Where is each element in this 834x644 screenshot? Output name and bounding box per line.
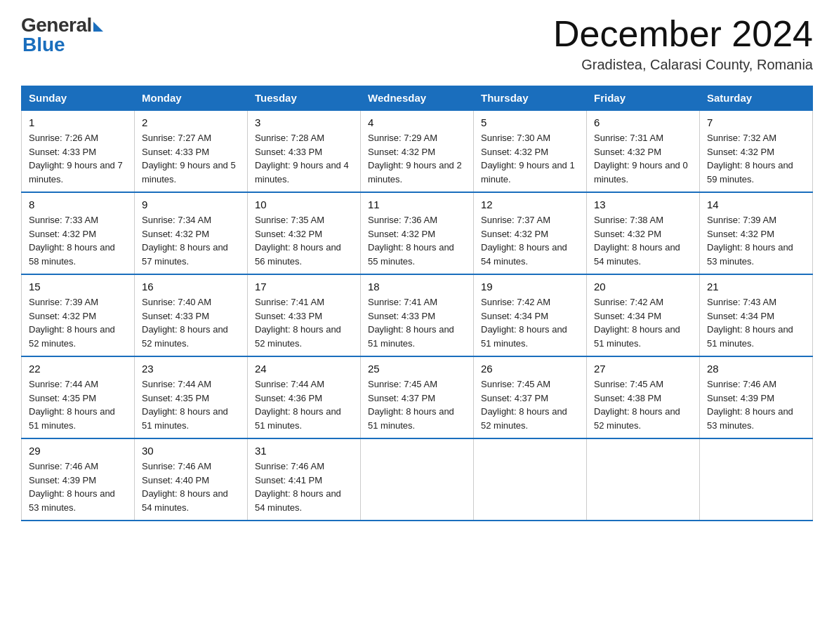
day-info: Sunrise: 7:46 AMSunset: 4:39 PMDaylight:… <box>707 377 805 432</box>
weekday-header-tuesday: Tuesday <box>248 86 361 111</box>
day-number: 11 <box>368 199 466 210</box>
day-info: Sunrise: 7:44 AMSunset: 4:35 PMDaylight:… <box>29 377 127 432</box>
day-number: 23 <box>142 363 240 375</box>
cell-content: 16 Sunrise: 7:40 AMSunset: 4:33 PMDaylig… <box>142 281 240 350</box>
day-info: Sunrise: 7:44 AMSunset: 4:36 PMDaylight:… <box>255 377 353 432</box>
calendar-cell: 16 Sunrise: 7:40 AMSunset: 4:33 PMDaylig… <box>135 274 248 356</box>
day-info: Sunrise: 7:36 AMSunset: 4:32 PMDaylight:… <box>368 213 466 268</box>
day-info: Sunrise: 7:37 AMSunset: 4:32 PMDaylight:… <box>481 213 579 268</box>
day-info: Sunrise: 7:43 AMSunset: 4:34 PMDaylight:… <box>707 295 805 350</box>
day-info: Sunrise: 7:31 AMSunset: 4:32 PMDaylight:… <box>594 131 692 186</box>
day-number: 15 <box>29 281 127 293</box>
calendar-week-2: 8 Sunrise: 7:33 AMSunset: 4:32 PMDayligh… <box>22 192 813 274</box>
day-info: Sunrise: 7:29 AMSunset: 4:32 PMDaylight:… <box>368 131 466 186</box>
calendar-week-5: 29 Sunrise: 7:46 AMSunset: 4:39 PMDaylig… <box>22 438 813 521</box>
day-number: 20 <box>594 281 692 293</box>
day-number: 16 <box>142 281 240 293</box>
cell-content: 20 Sunrise: 7:42 AMSunset: 4:34 PMDaylig… <box>594 281 692 350</box>
day-number: 4 <box>368 116 466 128</box>
logo: General Blue <box>21 14 103 56</box>
day-info: Sunrise: 7:46 AMSunset: 4:40 PMDaylight:… <box>142 459 240 514</box>
calendar-cell: 19 Sunrise: 7:42 AMSunset: 4:34 PMDaylig… <box>474 274 587 356</box>
month-title: December 2024 <box>553 14 813 54</box>
cell-content: 5 Sunrise: 7:30 AMSunset: 4:32 PMDayligh… <box>481 116 579 186</box>
calendar-cell: 29 Sunrise: 7:46 AMSunset: 4:39 PMDaylig… <box>22 438 135 521</box>
day-info: Sunrise: 7:27 AMSunset: 4:33 PMDaylight:… <box>142 131 240 186</box>
day-number: 12 <box>481 199 579 210</box>
calendar-table: SundayMondayTuesdayWednesdayThursdayFrid… <box>21 86 813 521</box>
calendar-cell: 5 Sunrise: 7:30 AMSunset: 4:32 PMDayligh… <box>474 110 587 192</box>
calendar-cell: 9 Sunrise: 7:34 AMSunset: 4:32 PMDayligh… <box>135 192 248 274</box>
title-block: December 2024 Gradistea, Calarasi County… <box>553 14 813 73</box>
calendar-cell: 7 Sunrise: 7:32 AMSunset: 4:32 PMDayligh… <box>700 110 813 192</box>
cell-content: 30 Sunrise: 7:46 AMSunset: 4:40 PMDaylig… <box>142 445 240 514</box>
calendar-cell: 26 Sunrise: 7:45 AMSunset: 4:37 PMDaylig… <box>474 356 587 438</box>
calendar-cell: 21 Sunrise: 7:43 AMSunset: 4:34 PMDaylig… <box>700 274 813 356</box>
logo-blue-text: Blue <box>21 34 65 56</box>
day-number: 10 <box>255 199 353 210</box>
calendar-cell: 18 Sunrise: 7:41 AMSunset: 4:33 PMDaylig… <box>361 274 474 356</box>
cell-content: 15 Sunrise: 7:39 AMSunset: 4:32 PMDaylig… <box>29 281 127 350</box>
day-info: Sunrise: 7:30 AMSunset: 4:32 PMDaylight:… <box>481 131 579 186</box>
calendar-cell: 15 Sunrise: 7:39 AMSunset: 4:32 PMDaylig… <box>22 274 135 356</box>
day-number: 27 <box>594 363 692 375</box>
day-number: 31 <box>255 445 353 457</box>
day-number: 30 <box>142 445 240 457</box>
day-number: 29 <box>29 445 127 457</box>
calendar-header: SundayMondayTuesdayWednesdayThursdayFrid… <box>22 86 813 111</box>
calendar-cell <box>700 438 813 521</box>
calendar-cell: 28 Sunrise: 7:46 AMSunset: 4:39 PMDaylig… <box>700 356 813 438</box>
weekday-header-saturday: Saturday <box>700 86 813 111</box>
day-info: Sunrise: 7:46 AMSunset: 4:41 PMDaylight:… <box>255 459 353 514</box>
cell-content: 29 Sunrise: 7:46 AMSunset: 4:39 PMDaylig… <box>29 445 127 514</box>
calendar-cell <box>587 438 700 521</box>
day-info: Sunrise: 7:45 AMSunset: 4:38 PMDaylight:… <box>594 377 692 432</box>
day-info: Sunrise: 7:41 AMSunset: 4:33 PMDaylight:… <box>368 295 466 350</box>
calendar-cell: 6 Sunrise: 7:31 AMSunset: 4:32 PMDayligh… <box>587 110 700 192</box>
calendar-cell: 25 Sunrise: 7:45 AMSunset: 4:37 PMDaylig… <box>361 356 474 438</box>
day-number: 3 <box>255 116 353 128</box>
cell-content: 10 Sunrise: 7:35 AMSunset: 4:32 PMDaylig… <box>255 199 353 268</box>
location-subtitle: Gradistea, Calarasi County, Romania <box>553 57 813 73</box>
day-info: Sunrise: 7:40 AMSunset: 4:33 PMDaylight:… <box>142 295 240 350</box>
day-info: Sunrise: 7:42 AMSunset: 4:34 PMDaylight:… <box>481 295 579 350</box>
cell-content: 22 Sunrise: 7:44 AMSunset: 4:35 PMDaylig… <box>29 363 127 432</box>
cell-content: 28 Sunrise: 7:46 AMSunset: 4:39 PMDaylig… <box>707 363 805 432</box>
day-info: Sunrise: 7:39 AMSunset: 4:32 PMDaylight:… <box>29 295 127 350</box>
day-number: 14 <box>707 199 805 210</box>
calendar-cell: 2 Sunrise: 7:27 AMSunset: 4:33 PMDayligh… <box>135 110 248 192</box>
calendar-cell: 11 Sunrise: 7:36 AMSunset: 4:32 PMDaylig… <box>361 192 474 274</box>
logo-triangle-icon <box>93 22 103 32</box>
calendar-cell: 14 Sunrise: 7:39 AMSunset: 4:32 PMDaylig… <box>700 192 813 274</box>
day-info: Sunrise: 7:46 AMSunset: 4:39 PMDaylight:… <box>29 459 127 514</box>
cell-content: 7 Sunrise: 7:32 AMSunset: 4:32 PMDayligh… <box>707 116 805 186</box>
calendar-cell: 31 Sunrise: 7:46 AMSunset: 4:41 PMDaylig… <box>248 438 361 521</box>
cell-content: 31 Sunrise: 7:46 AMSunset: 4:41 PMDaylig… <box>255 445 353 514</box>
cell-content: 8 Sunrise: 7:33 AMSunset: 4:32 PMDayligh… <box>29 199 127 268</box>
weekday-header-monday: Monday <box>135 86 248 111</box>
weekday-header-thursday: Thursday <box>474 86 587 111</box>
cell-content: 12 Sunrise: 7:37 AMSunset: 4:32 PMDaylig… <box>481 199 579 268</box>
day-info: Sunrise: 7:28 AMSunset: 4:33 PMDaylight:… <box>255 131 353 186</box>
calendar-cell: 17 Sunrise: 7:41 AMSunset: 4:33 PMDaylig… <box>248 274 361 356</box>
day-info: Sunrise: 7:32 AMSunset: 4:32 PMDaylight:… <box>707 131 805 186</box>
calendar-cell: 8 Sunrise: 7:33 AMSunset: 4:32 PMDayligh… <box>22 192 135 274</box>
weekday-header-friday: Friday <box>587 86 700 111</box>
day-info: Sunrise: 7:39 AMSunset: 4:32 PMDaylight:… <box>707 213 805 268</box>
cell-content: 14 Sunrise: 7:39 AMSunset: 4:32 PMDaylig… <box>707 199 805 268</box>
day-info: Sunrise: 7:45 AMSunset: 4:37 PMDaylight:… <box>368 377 466 432</box>
day-number: 22 <box>29 363 127 375</box>
calendar-body: 1 Sunrise: 7:26 AMSunset: 4:33 PMDayligh… <box>22 110 813 521</box>
calendar-cell: 23 Sunrise: 7:44 AMSunset: 4:35 PMDaylig… <box>135 356 248 438</box>
cell-content: 25 Sunrise: 7:45 AMSunset: 4:37 PMDaylig… <box>368 363 466 432</box>
weekday-header-sunday: Sunday <box>22 86 135 111</box>
day-info: Sunrise: 7:35 AMSunset: 4:32 PMDaylight:… <box>255 213 353 268</box>
day-info: Sunrise: 7:33 AMSunset: 4:32 PMDaylight:… <box>29 213 127 268</box>
calendar-cell: 13 Sunrise: 7:38 AMSunset: 4:32 PMDaylig… <box>587 192 700 274</box>
calendar-cell: 24 Sunrise: 7:44 AMSunset: 4:36 PMDaylig… <box>248 356 361 438</box>
day-info: Sunrise: 7:34 AMSunset: 4:32 PMDaylight:… <box>142 213 240 268</box>
calendar-cell: 12 Sunrise: 7:37 AMSunset: 4:32 PMDaylig… <box>474 192 587 274</box>
day-number: 25 <box>368 363 466 375</box>
calendar-week-3: 15 Sunrise: 7:39 AMSunset: 4:32 PMDaylig… <box>22 274 813 356</box>
day-info: Sunrise: 7:38 AMSunset: 4:32 PMDaylight:… <box>594 213 692 268</box>
